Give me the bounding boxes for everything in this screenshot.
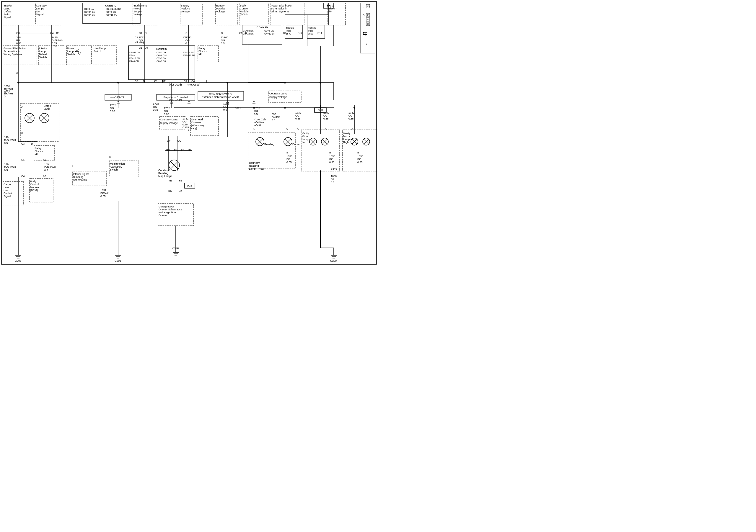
svg-text:C2=24 GY: C2=24 GY [84,11,95,13]
svg-text:Switch: Switch [110,168,118,171]
svg-text:Courtesy: Courtesy [36,4,47,7]
svg-text:Switch: Switch [39,56,47,59]
svg-text:A: A [21,105,23,108]
svg-text:Interior: Interior [4,4,12,7]
svg-text:C2=6 BK: C2=6 BK [264,30,274,32]
svg-text:Courtesy Lamp: Courtesy Lamp [160,118,178,121]
svg-text:Positive: Positive [181,7,190,10]
svg-text:Courtesy/: Courtesy/ [158,169,170,172]
svg-text:0.35: 0.35 [329,161,335,164]
svg-text:B: B [177,247,179,250]
svg-text:Battery: Battery [181,4,189,7]
svg-text:C6=16 PU: C6=16 PU [106,13,117,16]
svg-text:0.35: 0.35 [357,161,363,164]
svg-text:1732: 1732 [110,104,116,107]
svg-text:⇆: ⇆ [363,31,367,37]
svg-text:C1=6 NA: C1=6 NA [84,8,94,10]
svg-text:0.35: 0.35 [100,195,106,198]
svg-text:Control: Control [4,192,12,195]
svg-text:Lamp: Lamp [67,50,74,53]
svg-text:I/P: I/P [328,10,332,13]
svg-text:C24=24 L-BU: C24=24 L-BU [106,8,121,10]
svg-text:Wiring Systems: Wiring Systems [4,53,22,56]
svg-point-437 [227,107,228,109]
svg-text:1732: 1732 [254,107,260,110]
svg-text:Module: Module [240,10,249,13]
svg-text:690: 690 [272,113,276,116]
svg-text:149: 149 [44,163,49,166]
svg-text:in Garage Door: in Garage Door [159,211,177,214]
svg-text:1851: 1851 [100,189,106,192]
svg-text:Reading: Reading [158,172,168,175]
svg-text:C3: C3 [21,142,25,145]
svg-text:Lamp – Rear: Lamp – Rear [249,167,264,170]
svg-text:(BCM): (BCM) [30,189,38,192]
svg-text:Inadvertent: Inadvertent [133,4,147,7]
svg-text:Headlamp: Headlamp [94,47,106,50]
svg-point-438 [253,107,255,109]
svg-text:Low: Low [4,189,9,192]
svg-text:0.35: 0.35 [323,117,329,120]
svg-text:Vanity: Vanity [302,132,309,135]
svg-text:1: 1 [16,45,18,48]
svg-text:→: → [363,41,368,47]
svg-text:Fuse: Fuse [286,30,291,32]
svg-text:BK/WH: BK/WH [100,192,109,195]
svg-text:Signal: Signal [4,16,11,19]
svg-text:CONN ID: CONN ID [105,4,117,7]
svg-text:Dimming: Dimming [73,176,84,179]
svg-point-441 [354,107,355,109]
svg-text:Vanity: Vanity [343,132,351,135]
svg-text:A: A [286,127,288,130]
svg-text:Body: Body [30,180,36,183]
svg-text:3: 3 [4,95,6,98]
svg-text:YE: YE [168,179,172,182]
svg-text:Lamps: Lamps [36,7,44,10]
svg-text:Signal: Signal [36,13,43,16]
svg-text:1732: 1732 [295,111,301,114]
svg-text:S345: S345 [331,167,337,170]
svg-text:C11: C11 [162,80,167,83]
svg-text:Positive: Positive [216,7,226,10]
svg-text:C5=6 BK: C5=6 BK [106,11,116,13]
svg-text:C8=6 BK: C8=6 BK [156,60,166,63]
svg-text:M: M [143,80,146,83]
svg-text:Interior Lights: Interior Lights [73,173,89,176]
svg-text:Voltage: Voltage [216,10,225,13]
svg-text:OG: OG [185,39,190,42]
svg-text:Dome: Dome [292,143,299,146]
svg-text:C4=6 CM: C4=6 CM [129,60,139,63]
svg-text:C3=12 BK: C3=12 BK [243,33,254,35]
svg-text:1732: 1732 [348,111,354,114]
svg-text:OG: OG [295,114,299,117]
svg-text:Map Lamps: Map Lamps [158,175,173,178]
svg-text:Mirror: Mirror [302,135,309,138]
svg-text:C: C [185,32,188,35]
svg-text:Schematics in: Schematics in [4,50,20,53]
svg-text:Right: Right [343,141,350,144]
svg-text:Block -: Block - [35,150,43,153]
svg-text:A: A [297,127,299,130]
svg-text:BK: BK [168,190,172,192]
svg-text:Lamp: Lamp [4,7,10,10]
svg-text:I/P: I/P [199,53,202,56]
svg-text:C1: C1 [139,46,142,49]
svg-text:15 A: 15 A [308,33,313,35]
svg-text:B: B [286,151,288,154]
svg-text:C1: C1 [154,80,158,83]
svg-text:BK: BK [286,158,290,161]
svg-text:D: D [188,36,190,39]
svg-text:G203: G203 [15,259,21,262]
svg-text:1732: 1732 [323,111,329,114]
svg-text:Supply Voltage: Supply Voltage [160,121,178,124]
svg-text:149: 149 [4,163,9,166]
svg-point-436 [319,82,321,84]
svg-text:Supply: Supply [133,10,142,13]
svg-text:Courtesy/: Courtesy/ [249,162,260,165]
svg-text:w/Y91: w/Y91 [254,124,261,127]
svg-text:On: On [36,10,40,13]
svg-text:Relay: Relay [199,47,205,50]
svg-text:C5=6 GY: C5=6 GY [156,51,167,54]
svg-text:Lamp: Lamp [44,107,50,110]
svg-text:C3=24 BN: C3=24 BN [84,13,95,16]
